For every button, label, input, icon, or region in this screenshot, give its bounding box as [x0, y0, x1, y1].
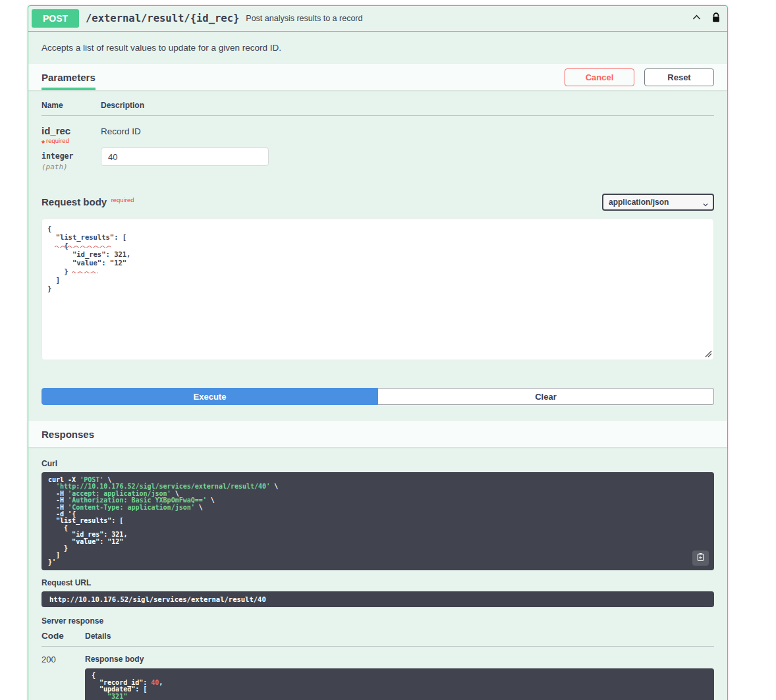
- name-column-header: Name: [42, 101, 101, 110]
- request-body-header: Request body required application/json: [28, 188, 727, 216]
- required-star: *: [42, 138, 45, 148]
- request-body-title: Request body required: [42, 196, 134, 208]
- required-label: required: [46, 137, 69, 144]
- details-column-header: Details: [85, 632, 111, 641]
- parameter-name: id_rec: [42, 125, 70, 136]
- curl-command-block: curl -X 'POST' \ 'http://10.10.176.52/si…: [42, 472, 714, 570]
- response-body-label: Response body: [85, 655, 714, 664]
- request-body-required: required: [111, 196, 134, 203]
- operation-description: Accepts a list of result values to updat…: [28, 32, 727, 64]
- summary-controls: [691, 12, 721, 26]
- responses-section-header: Responses: [28, 421, 727, 447]
- server-response-label: Server response: [42, 616, 714, 626]
- response-details-cell: Response body { "record_id": 40, "update…: [85, 653, 714, 700]
- server-response-row: 200 Response body { "record_id": 40, "up…: [42, 647, 714, 700]
- cancel-button[interactable]: Cancel: [565, 68, 634, 86]
- request-url-label: Request URL: [42, 578, 714, 587]
- parameter-type: integer: [42, 151, 101, 161]
- status-code: 200: [42, 653, 85, 700]
- execute-button[interactable]: Execute: [42, 388, 378, 405]
- parameters-table-header: Name Description: [42, 101, 714, 116]
- tryout-buttons: Cancel Reset: [565, 68, 714, 86]
- responses-title: Responses: [42, 429, 94, 440]
- response-body-text: { "record_id": 40, "updated": [ "321" ],…: [92, 672, 707, 700]
- parameter-row-id-rec: id_rec *required integer (path) Record I…: [42, 116, 714, 186]
- clear-button[interactable]: Clear: [378, 388, 714, 405]
- parameters-table: Name Description id_rec *required intege…: [28, 90, 727, 188]
- endpoint-summary: Post analysis results to a record: [246, 14, 684, 23]
- request-body-editor-wrap: { "list_results": [ { "id_res": 321, "va…: [42, 219, 714, 363]
- parameter-name-cell: id_rec *required integer (path): [42, 125, 101, 171]
- method-badge: POST: [32, 9, 79, 28]
- request-body-label: Request body: [42, 196, 107, 207]
- curl-command-text: curl -X 'POST' \ 'http://10.10.176.52/si…: [48, 477, 707, 566]
- id-rec-input[interactable]: [101, 148, 269, 166]
- parameters-section-header: Parameters Cancel Reset: [28, 64, 727, 90]
- copy-curl-button[interactable]: [692, 551, 709, 566]
- endpoint-path: /external/result/{id_rec}: [86, 13, 239, 24]
- tab-parameters: Parameters: [42, 64, 96, 90]
- operation-block-post: POST /external/result/{id_rec} Post anal…: [28, 5, 728, 700]
- parameter-description-cell: Record ID: [101, 125, 714, 171]
- parameter-description: Record ID: [101, 126, 714, 136]
- request-url-value: http://10.10.176.52/sigl/services/extern…: [42, 591, 714, 607]
- server-response-table-header: Code Details: [42, 631, 714, 647]
- authorize-button[interactable]: [711, 12, 721, 26]
- responses-area: Curl curl -X 'POST' \ 'http://10.10.176.…: [28, 447, 727, 700]
- content-type-select[interactable]: application/json: [602, 194, 714, 211]
- code-column-header: Code: [42, 631, 85, 641]
- clipboard-icon: [696, 552, 705, 564]
- execute-row: Execute Clear: [42, 388, 714, 405]
- response-body-block: { "record_id": 40, "updated": [ "321" ],…: [85, 668, 714, 700]
- lock-icon: [711, 12, 721, 26]
- content-type-select-wrap: application/json: [602, 194, 714, 211]
- collapse-button[interactable]: [691, 12, 702, 25]
- reset-button[interactable]: Reset: [644, 68, 714, 86]
- description-column-header: Description: [101, 101, 714, 110]
- request-body-editor[interactable]: { "list_results": [ { "id_res": 321, "va…: [42, 219, 714, 360]
- spacer: [28, 405, 727, 421]
- parameter-location: (path): [42, 163, 101, 171]
- operation-summary-bar[interactable]: POST /external/result/{id_rec} Post anal…: [28, 6, 727, 32]
- chevron-up-icon: [691, 12, 702, 25]
- curl-label: Curl: [42, 459, 714, 468]
